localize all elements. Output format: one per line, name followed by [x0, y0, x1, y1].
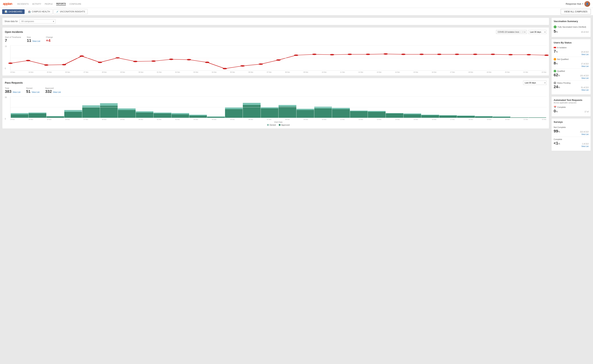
pass-requests-card: Pass Requests Last 30 days ▾ Total 383 V…	[2, 78, 549, 129]
bar-approved	[29, 113, 46, 118]
bar-denied	[64, 110, 82, 112]
bar-approved	[46, 117, 64, 118]
bar-chart-x-labels: 23 Nov24 Nov25 Nov26 Nov27 Nov28 Nov29 N…	[10, 119, 547, 120]
isolation-icon	[554, 47, 556, 48]
pass-total-view-list[interactable]: View List	[13, 91, 20, 93]
status-not-qualified: ! Not Qualified 8% 17 of 213 View List	[554, 57, 588, 69]
svg-point-27	[491, 54, 495, 55]
svg-point-0	[8, 62, 13, 64]
surveys-complete-view-list[interactable]: View List	[581, 145, 588, 147]
svg-point-12	[223, 68, 227, 69]
bar-approved	[350, 111, 368, 118]
incidents-start-label: Start of Timeframe	[5, 36, 21, 38]
bar-approved	[118, 110, 135, 118]
legend-approved-dot	[279, 124, 281, 126]
not-qualified-view-list[interactable]: View List	[581, 65, 588, 67]
user-menu-label[interactable]: Response Hub	[566, 2, 581, 5]
bar-approved	[368, 112, 385, 118]
auto-test-complete-label: Complete	[557, 106, 566, 108]
surveys-section: Surveys Not Complete 99% 212 of 213 View…	[551, 118, 591, 151]
filter-tag-label: COVID-19 Isolation Incic ···	[498, 31, 521, 33]
bar-approved	[314, 108, 332, 118]
bar-denied	[243, 103, 260, 105]
svg-point-14	[259, 63, 263, 65]
line-chart-y-bottom: 0	[5, 67, 7, 70]
vacc-check-icon: ✓	[554, 26, 557, 28]
bar-approved	[136, 112, 153, 118]
filter-tag-arrow-icon[interactable]: ▾	[524, 31, 525, 33]
svg-point-18	[330, 54, 334, 55]
status-pending-view-list[interactable]: View List	[581, 89, 588, 91]
incidents-change-stat: Change +4	[46, 36, 53, 43]
legend-denied-dot	[267, 124, 269, 126]
pass-total-value: 383	[5, 89, 12, 94]
legend-denied-label: Denied	[270, 124, 276, 126]
tab-dashboard[interactable]: 📊 DASHBOARD	[2, 9, 25, 14]
status-pending-label: Status Pending	[557, 82, 571, 84]
svg-point-17	[312, 54, 317, 55]
view-all-campuses-label: VIEW ALL CAMPUSES	[564, 10, 587, 13]
show-data-select[interactable]: All campuses	[20, 19, 55, 24]
bar-approved	[493, 117, 510, 118]
user-menu-arrow[interactable]: ▾	[582, 3, 583, 5]
avatar[interactable]: 👤	[584, 1, 590, 7]
bar-denied	[225, 108, 243, 109]
bar-approved	[386, 113, 403, 118]
filter-tag-close-icon[interactable]: ✕	[522, 31, 524, 33]
pass-total-stat: Total 383 View List	[5, 87, 20, 94]
bar-approved	[261, 108, 278, 118]
pass-denied-view-list[interactable]: View List	[32, 91, 40, 93]
surveys-title: Surveys	[554, 121, 588, 123]
bar-approved	[171, 114, 189, 118]
svg-point-24	[437, 54, 441, 55]
pass-requests-date-filter[interactable]: Last 30 days	[523, 81, 547, 85]
incidents-now-value: 11	[27, 38, 31, 43]
bar-denied	[278, 105, 296, 107]
bar-approved	[243, 105, 260, 118]
app-logo[interactable]: appian	[3, 2, 12, 6]
svg-point-3	[62, 64, 66, 65]
bar-approved	[511, 117, 528, 118]
nav-configure[interactable]: CONFIGURE	[70, 3, 81, 5]
svg-point-1	[26, 60, 30, 61]
isolation-value: 7	[554, 49, 556, 53]
bar-chart-legend: Denied Approved	[10, 124, 547, 126]
vacc-fully-vaccinated-value: 5	[554, 29, 556, 33]
nav-reports[interactable]: REPORTS	[56, 2, 66, 5]
not-qualified-value: 8	[554, 61, 556, 65]
pass-approved-label: Approved	[45, 87, 61, 89]
isolation-view-list[interactable]: View List	[581, 53, 588, 55]
line-chart-area	[10, 46, 547, 71]
svg-point-10	[187, 59, 191, 60]
surveys-not-complete-view-list[interactable]: View List	[581, 133, 588, 135]
incidents-now-view-list[interactable]: View List	[32, 40, 40, 42]
campus-health-icon: 🏥	[28, 10, 31, 13]
svg-point-26	[473, 54, 477, 55]
incidents-now-stat: Now 11 View List	[27, 36, 40, 43]
tab-campus-health[interactable]: 🏥 CAMPUS HEALTH	[25, 9, 53, 14]
bar-chart-y-bottom: 0	[5, 118, 7, 120]
pass-approved-stat: Approved 332 View List	[45, 87, 61, 94]
view-all-campuses-button[interactable]: VIEW ALL CAMPUSES	[561, 9, 591, 14]
nav-activity[interactable]: ACTIVITY	[32, 3, 41, 5]
tab-vaccination-insights[interactable]: 💉 VACCINATION INSIGHTS	[53, 9, 88, 14]
pass-approved-view-list[interactable]: View List	[53, 91, 61, 93]
not-qualified-icon: !	[554, 58, 556, 60]
nav-people[interactable]: PEOPLE	[45, 3, 53, 5]
sub-nav: 📊 DASHBOARD 🏥 CAMPUS HEALTH 💉 VACCINATIO…	[0, 8, 593, 15]
bar-approved	[332, 109, 350, 118]
svg-point-19	[348, 54, 352, 55]
bar-approved	[296, 110, 314, 118]
vacc-fully-vaccinated-pct: %	[556, 31, 558, 33]
show-data-bar: Show data for All campuses ▾	[2, 18, 549, 25]
bar-denied	[11, 113, 28, 114]
qualified-of: 131 of 213	[580, 75, 588, 77]
status-qualified: ✓ Qualified 62% 131 of 213 View List	[554, 69, 588, 81]
vaccination-summary-title: Vaccination Summary	[554, 20, 588, 23]
svg-point-25	[455, 54, 459, 55]
nav-incidents[interactable]: INCIDENTS	[17, 3, 29, 5]
qualified-view-list[interactable]: View List	[581, 77, 588, 79]
svg-point-16	[294, 55, 298, 56]
incidents-filter-tag[interactable]: COVID-19 Isolation Incic ··· ✕ ▾	[496, 30, 527, 34]
incidents-date-filter[interactable]: Last 30 days	[528, 30, 547, 34]
